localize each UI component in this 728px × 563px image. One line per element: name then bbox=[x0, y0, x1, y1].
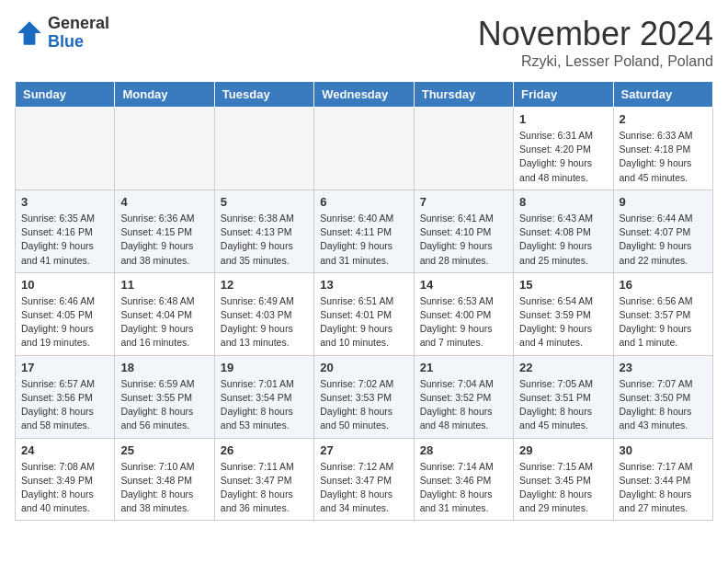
calendar-day: 28Sunrise: 7:14 AM Sunset: 3:46 PM Dayli… bbox=[414, 438, 513, 521]
header: General Blue November 2024 Rzyki, Lesser… bbox=[15, 15, 713, 70]
calendar-day: 8Sunrise: 6:43 AM Sunset: 4:08 PM Daylig… bbox=[514, 190, 613, 272]
day-number: 11 bbox=[120, 278, 208, 292]
svg-marker-0 bbox=[17, 21, 41, 45]
calendar-header-monday: Monday bbox=[115, 82, 214, 108]
calendar-day: 25Sunrise: 7:10 AM Sunset: 3:48 PM Dayli… bbox=[115, 438, 214, 521]
day-info: Sunrise: 6:31 AM Sunset: 4:20 PM Dayligh… bbox=[519, 129, 607, 185]
day-info: Sunrise: 6:59 AM Sunset: 3:55 PM Dayligh… bbox=[120, 377, 208, 433]
title-area: November 2024 Rzyki, Lesser Poland, Pola… bbox=[478, 15, 713, 70]
logo: General Blue bbox=[15, 15, 109, 52]
day-info: Sunrise: 6:43 AM Sunset: 4:08 PM Dayligh… bbox=[519, 212, 607, 268]
day-number: 7 bbox=[420, 195, 507, 209]
calendar-day: 30Sunrise: 7:17 AM Sunset: 3:44 PM Dayli… bbox=[613, 438, 712, 521]
month-title: November 2024 bbox=[478, 15, 713, 53]
day-number: 2 bbox=[620, 112, 707, 126]
day-number: 26 bbox=[221, 443, 308, 457]
day-info: Sunrise: 7:15 AM Sunset: 3:45 PM Dayligh… bbox=[519, 460, 607, 516]
day-number: 14 bbox=[420, 278, 507, 292]
day-info: Sunrise: 7:14 AM Sunset: 3:46 PM Dayligh… bbox=[420, 460, 507, 516]
day-number: 17 bbox=[21, 361, 108, 374]
logo-blue: Blue bbox=[48, 32, 84, 51]
calendar-day: 16Sunrise: 6:56 AM Sunset: 3:57 PM Dayli… bbox=[613, 272, 712, 355]
day-number: 22 bbox=[519, 361, 607, 374]
day-info: Sunrise: 6:33 AM Sunset: 4:18 PM Dayligh… bbox=[620, 129, 707, 185]
day-info: Sunrise: 6:49 AM Sunset: 4:03 PM Dayligh… bbox=[221, 294, 308, 350]
logo-general: General bbox=[48, 14, 109, 32]
calendar-day: 15Sunrise: 6:54 AM Sunset: 3:59 PM Dayli… bbox=[514, 272, 613, 355]
calendar-header-friday: Friday bbox=[514, 82, 613, 108]
location: Rzyki, Lesser Poland, Poland bbox=[478, 53, 713, 70]
day-info: Sunrise: 6:36 AM Sunset: 4:15 PM Dayligh… bbox=[120, 212, 208, 268]
day-info: Sunrise: 6:44 AM Sunset: 4:07 PM Dayligh… bbox=[620, 212, 707, 268]
day-number: 25 bbox=[120, 443, 208, 457]
calendar-day: 14Sunrise: 6:53 AM Sunset: 4:00 PM Dayli… bbox=[414, 272, 513, 355]
day-number: 1 bbox=[519, 112, 607, 126]
calendar-day: 3Sunrise: 6:35 AM Sunset: 4:16 PM Daylig… bbox=[16, 190, 115, 272]
calendar-day: 17Sunrise: 6:57 AM Sunset: 3:56 PM Dayli… bbox=[16, 355, 115, 438]
day-number: 13 bbox=[320, 278, 407, 292]
calendar-day: 9Sunrise: 6:44 AM Sunset: 4:07 PM Daylig… bbox=[613, 190, 712, 272]
calendar-day: 4Sunrise: 6:36 AM Sunset: 4:15 PM Daylig… bbox=[115, 190, 214, 272]
day-number: 15 bbox=[519, 278, 607, 292]
day-info: Sunrise: 7:05 AM Sunset: 3:51 PM Dayligh… bbox=[519, 377, 607, 433]
day-info: Sunrise: 7:17 AM Sunset: 3:44 PM Dayligh… bbox=[620, 460, 707, 516]
calendar-day bbox=[16, 108, 115, 190]
day-info: Sunrise: 6:54 AM Sunset: 3:59 PM Dayligh… bbox=[519, 294, 607, 350]
calendar-day bbox=[414, 108, 513, 190]
day-info: Sunrise: 6:56 AM Sunset: 3:57 PM Dayligh… bbox=[620, 294, 707, 350]
day-number: 8 bbox=[519, 195, 607, 209]
day-number: 20 bbox=[320, 361, 407, 374]
calendar-week-row: 1Sunrise: 6:31 AM Sunset: 4:20 PM Daylig… bbox=[16, 108, 713, 190]
day-number: 29 bbox=[519, 443, 607, 457]
calendar-day: 10Sunrise: 6:46 AM Sunset: 4:05 PM Dayli… bbox=[16, 272, 115, 355]
day-number: 10 bbox=[21, 278, 108, 292]
day-number: 23 bbox=[620, 361, 707, 374]
day-info: Sunrise: 6:40 AM Sunset: 4:11 PM Dayligh… bbox=[320, 212, 407, 268]
calendar-header-wednesday: Wednesday bbox=[314, 82, 414, 108]
calendar-day bbox=[115, 108, 214, 190]
logo-text: General Blue bbox=[48, 15, 109, 52]
calendar-header-thursday: Thursday bbox=[414, 82, 513, 108]
day-number: 18 bbox=[120, 361, 208, 374]
calendar-day: 18Sunrise: 6:59 AM Sunset: 3:55 PM Dayli… bbox=[115, 355, 214, 438]
day-info: Sunrise: 7:10 AM Sunset: 3:48 PM Dayligh… bbox=[120, 460, 208, 516]
calendar-day: 20Sunrise: 7:02 AM Sunset: 3:53 PM Dayli… bbox=[314, 355, 414, 438]
day-info: Sunrise: 7:01 AM Sunset: 3:54 PM Dayligh… bbox=[221, 377, 308, 433]
day-number: 21 bbox=[420, 361, 507, 374]
day-number: 16 bbox=[620, 278, 707, 292]
day-number: 24 bbox=[21, 443, 108, 457]
calendar-day: 26Sunrise: 7:11 AM Sunset: 3:47 PM Dayli… bbox=[214, 438, 313, 521]
day-number: 12 bbox=[221, 278, 308, 292]
calendar-day: 12Sunrise: 6:49 AM Sunset: 4:03 PM Dayli… bbox=[214, 272, 313, 355]
day-number: 4 bbox=[120, 195, 208, 209]
day-info: Sunrise: 7:11 AM Sunset: 3:47 PM Dayligh… bbox=[221, 460, 308, 516]
calendar-day: 11Sunrise: 6:48 AM Sunset: 4:04 PM Dayli… bbox=[115, 272, 214, 355]
day-info: Sunrise: 7:08 AM Sunset: 3:49 PM Dayligh… bbox=[21, 460, 108, 516]
day-info: Sunrise: 7:07 AM Sunset: 3:50 PM Dayligh… bbox=[620, 377, 707, 433]
calendar-day: 5Sunrise: 6:38 AM Sunset: 4:13 PM Daylig… bbox=[214, 190, 313, 272]
calendar-week-row: 3Sunrise: 6:35 AM Sunset: 4:16 PM Daylig… bbox=[16, 190, 713, 272]
day-info: Sunrise: 6:46 AM Sunset: 4:05 PM Dayligh… bbox=[21, 294, 108, 350]
calendar-table: SundayMondayTuesdayWednesdayThursdayFrid… bbox=[15, 81, 713, 521]
calendar-day: 13Sunrise: 6:51 AM Sunset: 4:01 PM Dayli… bbox=[314, 272, 414, 355]
day-info: Sunrise: 6:35 AM Sunset: 4:16 PM Dayligh… bbox=[21, 212, 108, 268]
day-info: Sunrise: 6:48 AM Sunset: 4:04 PM Dayligh… bbox=[120, 294, 208, 350]
day-info: Sunrise: 6:38 AM Sunset: 4:13 PM Dayligh… bbox=[221, 212, 308, 268]
calendar-day: 19Sunrise: 7:01 AM Sunset: 3:54 PM Dayli… bbox=[214, 355, 313, 438]
calendar-week-row: 17Sunrise: 6:57 AM Sunset: 3:56 PM Dayli… bbox=[16, 355, 713, 438]
calendar-day: 22Sunrise: 7:05 AM Sunset: 3:51 PM Dayli… bbox=[514, 355, 613, 438]
calendar-day bbox=[214, 108, 313, 190]
calendar-header-saturday: Saturday bbox=[613, 82, 712, 108]
day-info: Sunrise: 6:53 AM Sunset: 4:00 PM Dayligh… bbox=[420, 294, 507, 350]
day-number: 5 bbox=[221, 195, 308, 209]
calendar-day: 7Sunrise: 6:41 AM Sunset: 4:10 PM Daylig… bbox=[414, 190, 513, 272]
day-info: Sunrise: 6:41 AM Sunset: 4:10 PM Dayligh… bbox=[420, 212, 507, 268]
day-number: 3 bbox=[21, 195, 108, 209]
day-info: Sunrise: 7:02 AM Sunset: 3:53 PM Dayligh… bbox=[320, 377, 407, 433]
day-info: Sunrise: 7:12 AM Sunset: 3:47 PM Dayligh… bbox=[320, 460, 407, 516]
day-info: Sunrise: 7:04 AM Sunset: 3:52 PM Dayligh… bbox=[420, 377, 507, 433]
day-number: 28 bbox=[420, 443, 507, 457]
day-number: 19 bbox=[221, 361, 308, 374]
calendar-day: 21Sunrise: 7:04 AM Sunset: 3:52 PM Dayli… bbox=[414, 355, 513, 438]
calendar-header-row: SundayMondayTuesdayWednesdayThursdayFrid… bbox=[16, 82, 713, 108]
